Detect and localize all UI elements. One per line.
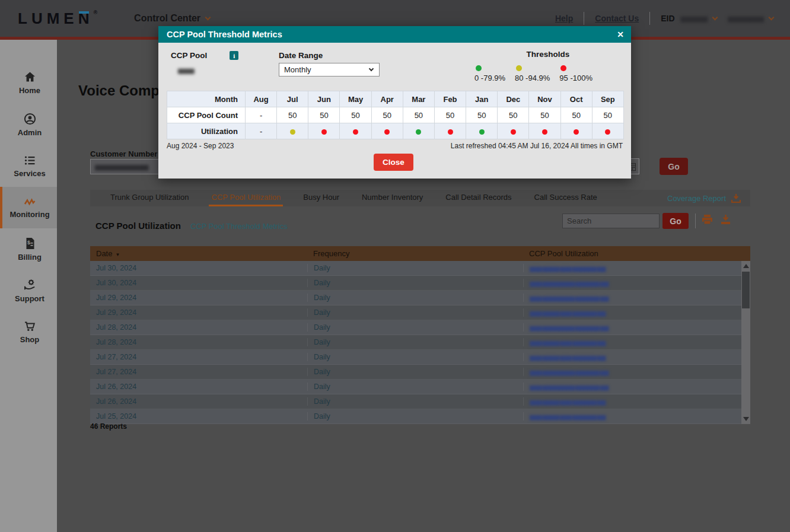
utilization-red-dot-icon xyxy=(511,129,516,135)
customer-number-value-redacted: ▆▆▆▆▆▆▆▆▆▆▆▆ xyxy=(95,163,148,171)
sidebar-item-services[interactable]: Services xyxy=(0,145,57,187)
utilization-red-dot-icon xyxy=(605,129,610,135)
divider xyxy=(649,12,650,25)
go-button[interactable]: Go xyxy=(660,158,688,175)
metric-cell xyxy=(308,123,340,139)
lumen-logo: LUMEN® xyxy=(18,9,97,28)
product-title: Control Center xyxy=(134,13,200,24)
date-range-value: Monthly xyxy=(284,65,311,74)
tab-ccp-pool-utilization[interactable]: CCP Pool Utilization xyxy=(209,190,283,206)
info-icon[interactable]: i xyxy=(230,51,238,60)
metric-cell: Nov xyxy=(529,91,560,107)
table-row[interactable]: Jul 25, 2024Daily▆▆▆ ▆▆▆▆ ▆▆▆ ▆▆▆▆▆▆ ▆▆ xyxy=(90,409,750,424)
report-file-redacted: ▆▆▆ ▆▆▆▆▆▆▆▆ ▆▆▆▆▆▆ ▆▆ xyxy=(530,280,608,286)
utilization-red-dot-icon xyxy=(448,129,453,135)
threshold-red: 95 -100% xyxy=(559,65,592,82)
metric-cell: 50 xyxy=(403,107,434,123)
date-range-label: Date Range xyxy=(279,51,380,60)
report-file-link[interactable]: ▆▆▆ ▆▆▆▆ ▆▆▆ ▆▆▆▆▆▆ ▆▆ xyxy=(523,397,732,406)
table-row[interactable]: Jul 26, 2024Daily▆▆▆ ▆▆▆▆ ▆▆▆ ▆▆▆▆▆▆ ▆▆ xyxy=(90,394,750,409)
print-icon[interactable] xyxy=(702,215,713,227)
coverage-report-link[interactable]: Coverage Report xyxy=(667,194,741,203)
report-file-link[interactable]: ▆▆▆ ▆▆▆▆▆▆▆▆ ▆▆▆▆▆▆ ▆▆ xyxy=(523,323,732,332)
metric-cell: 50 xyxy=(434,107,466,123)
tab-number-inventory[interactable]: Number Inventory xyxy=(359,190,425,206)
tab-call-detail-records[interactable]: Call Detail Records xyxy=(443,190,514,206)
sidebar-item-home[interactable]: Home xyxy=(0,62,57,104)
table-row[interactable]: Jul 30, 2024Daily▆▆▆ ▆▆▆▆▆▆▆▆ ▆▆▆▆▆▆ ▆▆ xyxy=(90,276,750,291)
download-icon[interactable] xyxy=(721,215,731,227)
table-row[interactable]: Jul 30, 2024Daily▆▆▆ ▆▆▆▆ ▆▆▆ ▆▆▆▆▆▆ ▆▆ xyxy=(90,261,750,276)
close-icon[interactable]: ✕ xyxy=(617,30,624,39)
report-file-link[interactable]: ▆▆▆ ▆▆▆▆▆▆▆▆ ▆▆▆▆▆▆ ▆▆ xyxy=(523,383,732,391)
help-link[interactable]: Help xyxy=(555,14,573,23)
sidebar-item-label: Admin xyxy=(18,128,42,137)
report-frequency: Daily xyxy=(307,368,523,376)
table-row[interactable]: Jul 27, 2024Daily▆▆▆ ▆▆▆▆ ▆▆▆ ▆▆▆▆▆▆ ▆▆ xyxy=(90,350,750,365)
scrollbar-thumb[interactable] xyxy=(742,272,750,308)
scroll-down-arrow[interactable] xyxy=(743,417,749,421)
admin-icon xyxy=(24,113,36,125)
monitoring-icon xyxy=(23,196,36,207)
metric-cell: 50 xyxy=(466,107,498,123)
table-scrollbar[interactable] xyxy=(741,261,750,424)
sidebar-item-billing[interactable]: $Billing xyxy=(0,228,57,270)
contact-us-link[interactable]: Contact Us xyxy=(595,14,639,23)
column-header-frequency[interactable]: Frequency xyxy=(307,249,523,258)
report-file-redacted: ▆▆▆ ▆▆▆▆ ▆▆▆ ▆▆▆▆▆▆ ▆▆ xyxy=(530,310,606,316)
report-file-link[interactable]: ▆▆▆ ▆▆▆▆▆▆▆▆ ▆▆▆▆▆▆ ▆▆ xyxy=(523,279,732,287)
table-row[interactable]: Jul 28, 2024Daily▆▆▆ ▆▆▆▆▆▆▆▆ ▆▆▆▆▆▆ ▆▆ xyxy=(90,320,750,335)
search-input[interactable] xyxy=(563,216,671,225)
username-redacted: ▆▆▆▆▆▆▆▆ xyxy=(728,15,763,23)
logo-accent-bar xyxy=(79,11,89,14)
sidebar-item-shop[interactable]: Shop xyxy=(0,311,57,353)
report-file-link[interactable]: ▆▆▆ ▆▆▆▆ ▆▆▆ ▆▆▆▆▆▆ ▆▆ xyxy=(523,308,732,317)
report-date: Jul 30, 2024 xyxy=(90,264,307,272)
sidebar-item-admin[interactable]: Admin xyxy=(0,104,57,145)
report-file-link[interactable]: ▆▆▆ ▆▆▆▆ ▆▆▆ ▆▆▆▆▆▆ ▆▆ xyxy=(523,338,732,346)
column-header-date[interactable]: Date▼ xyxy=(90,249,307,258)
product-switcher[interactable]: Control Center xyxy=(134,13,210,24)
close-button[interactable]: Close xyxy=(374,154,413,171)
report-file-link[interactable]: ▆▆▆ ▆▆▆▆ ▆▆▆ ▆▆▆▆▆▆ ▆▆ xyxy=(523,353,732,361)
search-go-button[interactable]: Go xyxy=(662,213,689,229)
metric-cell: Sep xyxy=(592,91,623,107)
thresholds-items: 0 -79.9%80 -94.9%95 -100% xyxy=(474,65,622,82)
metric-cell xyxy=(529,123,560,139)
user-dropdown[interactable]: ▆▆▆▆▆▆▆▆ xyxy=(728,15,773,23)
sidebar-item-support[interactable]: Support xyxy=(0,270,57,311)
eid-dropdown[interactable]: EID ▆▆▆▆▆▆ xyxy=(661,14,717,23)
table-row[interactable]: Jul 27, 2024Daily▆▆▆ ▆▆▆▆▆▆▆▆ ▆▆▆▆▆▆ ▆▆ xyxy=(90,365,750,380)
metric-cell: 50 xyxy=(560,107,592,123)
threshold-metrics-link[interactable]: CCP Pool Threshold Metrics xyxy=(190,222,288,231)
page-title: Voice Comp xyxy=(78,82,160,99)
registered-mark: ® xyxy=(93,9,97,15)
report-file-link[interactable]: ▆▆▆ ▆▆▆▆▆▆▆▆ ▆▆▆▆▆▆ ▆▆ xyxy=(523,294,732,302)
column-header-utilization[interactable]: CCP Pool Utilization xyxy=(523,249,741,258)
chevron-down-icon xyxy=(369,66,374,71)
row-label: CCP Pool Count xyxy=(167,107,246,123)
tab-call-success-rate[interactable]: Call Success Rate xyxy=(532,190,600,206)
home-icon xyxy=(24,71,36,83)
report-frequency: Daily xyxy=(307,338,523,346)
sidebar-item-monitoring[interactable]: Monitoring xyxy=(0,187,57,228)
tab-trunk-group-utilization[interactable]: Trunk Group Utilization xyxy=(108,190,191,206)
metric-cell: - xyxy=(246,107,277,123)
report-file-link[interactable]: ▆▆▆ ▆▆▆▆▆▆▆▆ ▆▆▆▆▆▆ ▆▆ xyxy=(523,368,732,376)
scroll-up-arrow[interactable] xyxy=(743,264,749,268)
date-range-select[interactable]: Monthly xyxy=(279,63,380,77)
top-right-nav: Help Contact Us EID ▆▆▆▆▆▆ ▆▆▆▆▆▆▆▆ xyxy=(555,12,773,25)
report-file-redacted: ▆▆▆ ▆▆▆▆▆▆▆▆ ▆▆▆▆▆▆ ▆▆ xyxy=(530,384,608,390)
table-row[interactable]: Jul 29, 2024Daily▆▆▆ ▆▆▆▆▆▆▆▆ ▆▆▆▆▆▆ ▆▆ xyxy=(90,291,750,305)
report-frequency: Daily xyxy=(307,294,523,302)
tab-busy-hour[interactable]: Busy Hour xyxy=(301,190,342,206)
table-row[interactable]: Jul 29, 2024Daily▆▆▆ ▆▆▆▆ ▆▆▆ ▆▆▆▆▆▆ ▆▆ xyxy=(90,305,750,320)
report-frequency: Daily xyxy=(307,383,523,391)
utilization-red-dot-icon xyxy=(321,129,327,135)
metric-cell: Oct xyxy=(560,91,592,107)
report-file-link[interactable]: ▆▆▆ ▆▆▆▆ ▆▆▆ ▆▆▆▆▆▆ ▆▆ xyxy=(523,412,732,420)
table-row[interactable]: Jul 28, 2024Daily▆▆▆ ▆▆▆▆ ▆▆▆ ▆▆▆▆▆▆ ▆▆ xyxy=(90,335,750,350)
table-row[interactable]: Jul 26, 2024Daily▆▆▆ ▆▆▆▆▆▆▆▆ ▆▆▆▆▆▆ ▆▆ xyxy=(90,380,750,394)
report-file-link[interactable]: ▆▆▆ ▆▆▆▆ ▆▆▆ ▆▆▆▆▆▆ ▆▆ xyxy=(523,264,732,272)
divider xyxy=(695,214,696,228)
